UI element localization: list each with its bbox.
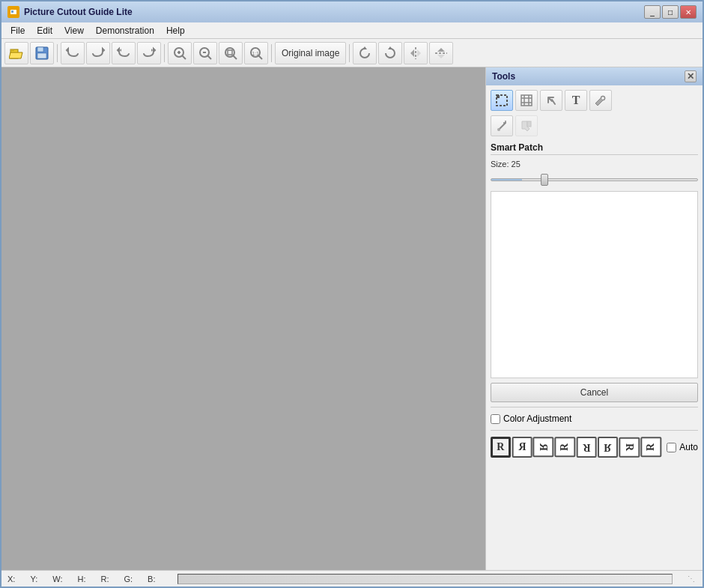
transform-btn-rot-90[interactable]: R [619,437,640,458]
transform-btn-flip-all[interactable]: R [640,437,661,458]
svg-marker-24 [417,49,421,57]
toolbar-separator-1 [57,44,58,62]
status-y: Y: [30,575,37,584]
menu-file[interactable]: File [4,24,31,37]
close-button[interactable]: ✕ [680,5,697,19]
resize-grip[interactable]: ⋱ [688,575,697,584]
status-bar: X: Y: W: H: R: G: B: ⋱ [1,570,703,587]
tool-magic-wand[interactable] [491,115,513,136]
tool-select-rect[interactable] [491,90,513,111]
maximize-button[interactable]: □ [662,5,679,19]
rotate-cw-button[interactable] [378,42,402,64]
cancel-button[interactable]: Cancel [491,383,698,402]
window-controls: _ □ ✕ [644,5,697,19]
status-h: H: [77,575,85,584]
status-w: W: [52,575,62,584]
svg-line-16 [233,55,237,59]
tools-panel-title: Tools [492,71,515,82]
title-bar: Picture Cutout Guide Lite _ □ ✕ [1,1,703,22]
redo-button[interactable] [86,42,110,64]
tool-arrow[interactable] [540,90,562,111]
menu-edit[interactable]: Edit [31,24,58,37]
main-window: Picture Cutout Guide Lite _ □ ✕ File Edi… [0,0,704,588]
size-label: Size: 25 [491,160,698,169]
svg-rect-2 [11,10,13,13]
slider-container [491,173,698,187]
w-label: W: [52,575,62,584]
svg-text:1:1: 1:1 [252,51,259,56]
transform-btn-mirror-h[interactable]: R [512,437,532,458]
color-adjustment-label: Color Adjustment [503,413,571,424]
size-slider[interactable] [491,178,698,181]
svg-point-35 [602,97,604,100]
svg-line-10 [182,55,186,59]
tool-text[interactable]: T [565,90,587,111]
minimize-button[interactable]: _ [644,5,661,19]
preview-area [491,191,698,378]
svg-marker-20 [362,46,367,49]
transform-btn-rot-180[interactable]: R [577,437,597,458]
svg-line-19 [258,55,262,59]
menu-view[interactable]: View [58,24,90,37]
open-button[interactable] [4,42,28,64]
tool-wrench[interactable] [589,90,612,111]
y-label: Y: [30,575,37,584]
flip-h-button[interactable] [404,42,428,64]
r-label: R: [100,575,109,584]
transform-btn-normal[interactable]: R [491,437,511,458]
save-button[interactable] [30,42,54,64]
flip-v-button[interactable] [429,42,453,64]
svg-rect-29 [497,95,500,98]
menu-demonstration[interactable]: Demonstration [90,24,160,37]
tool-grid[interactable] [515,90,538,111]
svg-rect-39 [527,121,531,127]
original-image-button[interactable]: Original image [275,42,346,64]
canvas-area[interactable] [1,67,485,570]
svg-marker-23 [410,49,414,57]
divider-2 [491,430,698,431]
toolbar-separator-4 [349,44,350,62]
x-label: X: [7,575,15,584]
rotate-ccw-button[interactable] [353,42,377,64]
tools-panel: Tools ✕ [485,67,703,570]
color-adjustment-checkbox[interactable] [491,414,500,424]
smart-patch-label: Smart Patch [491,142,698,155]
svg-marker-27 [437,55,445,58]
g-label: G: [124,575,133,584]
tool-row-2 [491,115,698,136]
svg-line-13 [207,55,211,59]
svg-rect-15 [228,50,232,55]
status-x: X: [7,575,15,584]
status-g: G: [124,575,133,584]
toolbar: 1:1 Original image [1,39,703,67]
svg-marker-21 [388,46,392,49]
main-content: Tools ✕ [1,67,703,570]
toolbar-separator-2 [164,44,165,62]
tool-paint-bucket[interactable] [515,115,538,136]
status-b: B: [148,575,155,584]
undo-button[interactable] [61,42,85,64]
b-label: B: [148,575,155,584]
zoom-fit-button[interactable] [219,42,243,64]
zoom-out-button[interactable] [193,42,217,64]
transform-row: R R R R R R R R Auto [491,435,698,459]
zoom-in-button[interactable] [168,42,192,64]
auto-checkbox-wrapper: Auto [667,442,698,452]
h-label: H: [77,575,85,584]
transform-btn-flip-tr[interactable]: R [554,437,575,458]
undo2-button[interactable] [112,42,136,64]
svg-marker-26 [437,48,445,52]
tools-panel-close[interactable]: ✕ [685,70,697,82]
toolbar-separator-3 [271,44,272,62]
auto-label: Auto [679,442,698,452]
menu-help[interactable]: Help [160,24,191,37]
tools-header: Tools ✕ [486,67,703,85]
zoom-actual-button[interactable]: 1:1 [244,42,268,64]
auto-checkbox[interactable] [667,443,676,452]
redo2-button[interactable] [137,42,161,64]
svg-rect-5 [37,47,43,52]
transform-btn-flip-tl[interactable]: R [533,437,554,458]
color-adjustment-row: Color Adjustment [491,412,698,425]
tools-body: T [486,85,703,464]
transform-btn-flip-bl[interactable]: R [598,437,618,458]
